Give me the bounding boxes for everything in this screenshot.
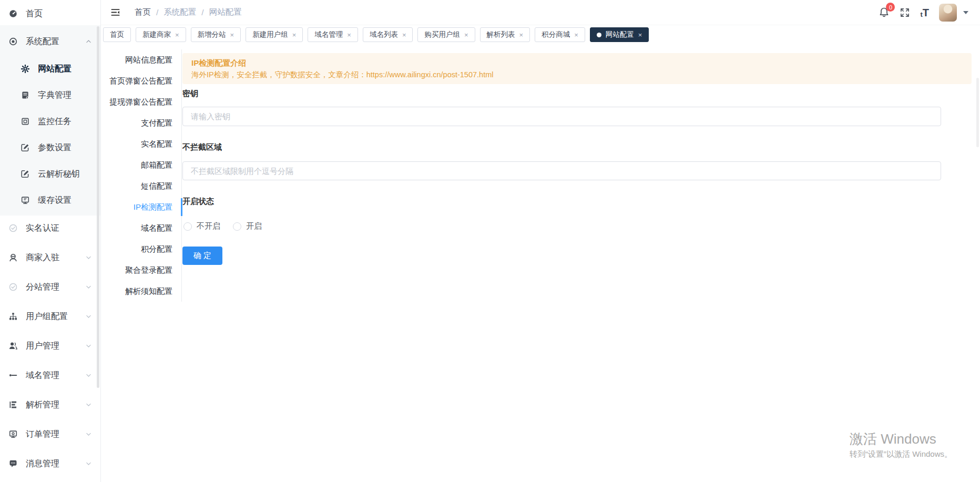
- tab[interactable]: 新建用户组×: [246, 27, 303, 42]
- sidebar-menu: 首页系统配置网站配置字典管理监控任务参数设置云解析秘钥缓存设置实名认证商家入驻分…: [0, 0, 100, 478]
- chevron-down-icon: [85, 343, 92, 350]
- status-radio-option[interactable]: 开启: [233, 221, 262, 231]
- main-area: 网站信息配置首页弹窗公告配置提现弹窗公告配置支付配置实名配置邮箱配置短信配置IP…: [101, 44, 980, 482]
- dashboard-icon: [8, 9, 18, 19]
- chevron-down-icon: [85, 284, 92, 291]
- tab[interactable]: 购买用户组×: [417, 27, 475, 42]
- config-menu-item[interactable]: 网站信息配置: [101, 49, 181, 70]
- top-navbar: 首页 / 系统配置 / 网站配置 0 tT: [101, 0, 980, 25]
- radio-circle-icon[interactable]: [233, 222, 241, 231]
- confirm-button[interactable]: 确 定: [182, 247, 222, 265]
- tab-close-icon[interactable]: ×: [464, 32, 468, 38]
- notifications-button[interactable]: 0: [879, 7, 890, 18]
- avatar[interactable]: [939, 4, 957, 22]
- sidebar-item[interactable]: 商家入驻: [0, 243, 100, 272]
- sidebar-item[interactable]: 用户组配置: [0, 302, 100, 331]
- tab[interactable]: 网站配置×: [590, 27, 649, 42]
- tab-label: 首页: [110, 30, 124, 39]
- tab[interactable]: 域名管理×: [308, 27, 358, 42]
- breadcrumb-separator: /: [156, 8, 158, 17]
- fullscreen-icon[interactable]: [900, 7, 910, 18]
- circle-dot-icon: [8, 37, 18, 47]
- sidebar-item-label: 商家入驻: [26, 252, 59, 263]
- sidebar-item[interactable]: 订单管理: [0, 419, 100, 449]
- config-menu-item[interactable]: 短信配置: [101, 176, 181, 197]
- enable-status-label: 开启状态: [182, 197, 972, 207]
- sidebar-item-label: 参数设置: [38, 142, 72, 153]
- tab-close-icon[interactable]: ×: [347, 32, 351, 38]
- org-icon: [8, 312, 18, 322]
- sidebar-item[interactable]: 用户管理: [0, 331, 100, 361]
- chevron-down-icon: [85, 460, 92, 467]
- sidebar-item[interactable]: 解析管理: [0, 390, 100, 419]
- sidebar: 首页系统配置网站配置字典管理监控任务参数设置云解析秘钥缓存设置实名认证商家入驻分…: [0, 0, 101, 482]
- tab-close-icon[interactable]: ×: [574, 32, 578, 38]
- page-scrollbar[interactable]: [976, 78, 979, 147]
- tab-close-icon[interactable]: ×: [292, 32, 297, 38]
- tab[interactable]: 积分商城×: [535, 27, 585, 42]
- edit-icon: [20, 169, 30, 179]
- sidebar-item-label: 解析管理: [26, 399, 59, 411]
- status-radio-option[interactable]: 不开启: [183, 221, 220, 231]
- config-menu-item[interactable]: 邮箱配置: [101, 155, 181, 176]
- config-menu-item[interactable]: 提现弹窗公告配置: [101, 91, 181, 112]
- allow-region-input[interactable]: [182, 161, 941, 180]
- tab[interactable]: 新建商家×: [136, 27, 186, 42]
- config-menu-item[interactable]: 积分配置: [101, 239, 181, 260]
- navbar-actions: 0 tT: [879, 4, 980, 22]
- config-menu-item[interactable]: 支付配置: [101, 112, 181, 134]
- tab[interactable]: 新增分站×: [191, 27, 241, 42]
- sidebar-scrollbar[interactable]: [97, 26, 99, 388]
- sidebar-item[interactable]: 实名认证: [0, 213, 100, 243]
- sidebar-item[interactable]: 参数设置: [0, 135, 100, 161]
- config-menu-item[interactable]: 域名配置: [101, 218, 181, 239]
- config-menu-item[interactable]: 实名配置: [101, 134, 181, 155]
- sidebar-item[interactable]: 缓存设置: [0, 187, 100, 213]
- caret-down-icon[interactable]: [963, 11, 968, 14]
- sidebar-item-label: 实名认证: [26, 223, 59, 234]
- config-menu-item[interactable]: IP检测配置: [101, 197, 181, 218]
- notification-badge: 0: [886, 3, 895, 12]
- notice-description: 海外IP检测，安全拦截，守护数据安全，文章介绍：https://www.aili…: [191, 70, 963, 80]
- radio-circle-icon[interactable]: [183, 222, 192, 231]
- sidebar-item[interactable]: 网站配置: [0, 56, 100, 82]
- breadcrumb-item[interactable]: 系统配置: [164, 7, 196, 18]
- tab-close-icon[interactable]: ×: [175, 32, 179, 38]
- chevron-down-icon: [85, 254, 92, 261]
- tab[interactable]: 域名列表×: [363, 27, 413, 42]
- sidebar-item-label: 域名管理: [26, 370, 59, 381]
- display-icon: [20, 196, 30, 206]
- sidebar-item[interactable]: 消息管理: [0, 449, 100, 478]
- sidebar-item[interactable]: 域名管理: [0, 361, 100, 390]
- sidebar-item[interactable]: 字典管理: [0, 82, 100, 108]
- shield-check-icon: [8, 223, 18, 233]
- breadcrumb-item[interactable]: 网站配置: [209, 7, 242, 18]
- sidebar-item-label: 首页: [26, 8, 43, 19]
- tab-close-icon[interactable]: ×: [402, 32, 406, 38]
- breadcrumb-item[interactable]: 首页: [135, 7, 151, 18]
- config-menu-item[interactable]: 首页弹窗公告配置: [101, 70, 181, 91]
- tab[interactable]: 首页: [103, 27, 131, 42]
- tab-label: 新建商家: [142, 30, 171, 39]
- sidebar-item[interactable]: 云解析秘钥: [0, 161, 100, 187]
- radio-label: 开启: [246, 221, 262, 231]
- sidebar-item-label: 监控任务: [38, 116, 72, 127]
- menu-fold-icon[interactable]: [110, 7, 120, 17]
- tab[interactable]: 解析列表×: [480, 27, 530, 42]
- font-size-icon[interactable]: tT: [920, 7, 929, 18]
- sidebar-item[interactable]: 分站管理: [0, 272, 100, 302]
- sidebar-item[interactable]: 首页: [0, 0, 100, 27]
- sidebar-item-label: 用户组配置: [26, 311, 68, 322]
- secret-key-label: 密钥: [182, 89, 972, 99]
- sidebar-item-label: 字典管理: [38, 90, 72, 101]
- gear-icon: [20, 64, 30, 74]
- config-menu-item[interactable]: 聚合登录配置: [101, 260, 181, 281]
- sidebar-item[interactable]: 监控任务: [0, 108, 100, 135]
- tab-close-icon[interactable]: ×: [230, 32, 234, 38]
- secret-key-input[interactable]: [182, 107, 941, 126]
- config-menu-item[interactable]: 解析须知配置: [101, 281, 181, 302]
- sidebar-item[interactable]: 系统配置: [0, 27, 100, 56]
- notice-box: IP检测配置介绍 海外IP检测，安全拦截，守护数据安全，文章介绍：https:/…: [182, 53, 972, 84]
- tab-close-icon[interactable]: ×: [519, 32, 524, 38]
- tab-close-icon[interactable]: ×: [638, 32, 642, 38]
